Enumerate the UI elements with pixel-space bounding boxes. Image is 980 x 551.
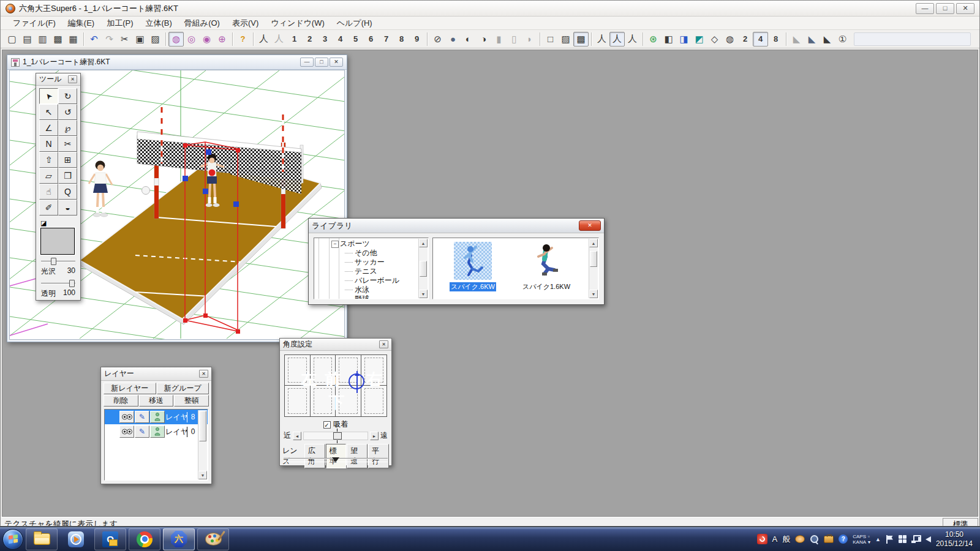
zoom-right-icon[interactable]: ► xyxy=(370,432,379,440)
menu-skeleton[interactable]: 骨組み(O) xyxy=(178,17,226,30)
ime-toolbox-icon[interactable] xyxy=(824,536,834,543)
lattice-view-button[interactable]: ⊕ xyxy=(214,32,230,47)
volume-icon[interactable] xyxy=(925,536,931,542)
snap-checkbox[interactable]: ✓ xyxy=(323,421,331,429)
subdiv-2-button[interactable]: 2 xyxy=(737,32,753,47)
doc-minimize-button[interactable]: — xyxy=(300,58,314,67)
view-1-button[interactable]: 1 xyxy=(287,32,302,47)
move-point-tool[interactable]: ↖ xyxy=(39,104,58,120)
print-button[interactable]: ▦ xyxy=(66,32,81,47)
distance-slider-thumb[interactable] xyxy=(333,432,342,440)
tools-palette-title-bar[interactable]: ツール ✕ xyxy=(36,73,80,86)
layer-row[interactable]: ✎ レイヤ 0 xyxy=(105,424,208,439)
tree-item-volleyball[interactable]: バレーボール xyxy=(314,276,418,285)
scrollbar-thumb[interactable] xyxy=(199,411,206,441)
new-group-button[interactable]: 新グループ xyxy=(157,383,209,394)
hand-tool[interactable]: ☝ xyxy=(39,184,58,200)
extrude-tool[interactable]: ⇧ xyxy=(39,152,58,168)
library-item-label[interactable]: スパイク1.6KW xyxy=(521,282,571,291)
lowpoly-sphere-button[interactable]: ◇ xyxy=(707,32,722,47)
cylinder-smooth-button[interactable]: ▮ xyxy=(491,32,507,47)
scroll-up-icon[interactable]: ▲ xyxy=(589,239,598,247)
fill-tool[interactable]: ◒ xyxy=(58,200,77,216)
lens-wide-button[interactable]: 広角 xyxy=(304,444,325,468)
layer-title-bar[interactable]: レイヤー ✕ xyxy=(101,367,211,381)
doc-close-button[interactable]: ✕ xyxy=(330,58,343,67)
visibility-eye-icon[interactable] xyxy=(119,425,134,438)
scroll-down-icon[interactable]: ▼ xyxy=(419,290,428,298)
new-file-button[interactable]: ▢ xyxy=(4,32,20,47)
figure-icon[interactable] xyxy=(150,411,165,423)
thumbnail-spike[interactable] xyxy=(454,242,492,280)
taskbar-paint-button[interactable] xyxy=(197,528,229,550)
tree-item-soccer[interactable]: サッカー xyxy=(314,258,418,267)
redo-button[interactable]: ↷ xyxy=(102,32,117,47)
copy-button[interactable]: ▣ xyxy=(132,32,148,47)
scrollbar-thumb[interactable] xyxy=(590,251,597,267)
taskbar-outlook-button[interactable]: O xyxy=(94,528,126,550)
eyedropper-tool[interactable]: ✐ xyxy=(39,200,58,216)
scroll-up-icon[interactable]: ▲ xyxy=(419,239,428,247)
library-item-label[interactable]: スパイク.6KW xyxy=(450,282,496,291)
thumbs-scrollbar[interactable]: ▲ ▼ xyxy=(589,239,598,298)
view-3-button[interactable]: 3 xyxy=(317,32,333,47)
rotate-view-tool[interactable]: ↻ xyxy=(58,88,77,104)
tree-node-sports[interactable]: スポーツ xyxy=(314,239,418,249)
hipoly-sphere-button[interactable]: ◍ xyxy=(722,32,737,47)
tray-expand-icon[interactable]: ▲ xyxy=(875,536,881,542)
view-5-button[interactable]: 5 xyxy=(348,32,363,47)
figure-mode-3-button[interactable]: 人 xyxy=(625,32,640,47)
view-cell[interactable] xyxy=(285,386,311,416)
scroll-down-icon[interactable]: ▼ xyxy=(198,471,207,479)
scrollbar-thumb[interactable] xyxy=(420,261,427,277)
layer-scrollbar[interactable]: ▼ xyxy=(198,410,207,479)
subdiv-8-button[interactable]: 8 xyxy=(768,32,783,47)
distance-slider[interactable] xyxy=(303,432,368,440)
wireframe-view-button[interactable]: ◍ xyxy=(168,32,184,47)
ime-caps-kana-indicator[interactable]: CAPS▫ KANA▾ xyxy=(853,534,870,545)
ime-mode-general[interactable]: 般 xyxy=(782,534,790,545)
paste-button[interactable]: ▨ xyxy=(148,32,163,47)
menu-window[interactable]: ウィンドウ(W) xyxy=(265,17,330,30)
view-8-button[interactable]: 8 xyxy=(394,32,409,47)
layer-name[interactable]: レイヤ xyxy=(165,412,187,422)
curve-tool[interactable]: N xyxy=(39,136,58,152)
cube-tool[interactable]: ❒ xyxy=(58,168,77,184)
hiddenline-view-button[interactable]: ◎ xyxy=(184,32,199,47)
pose-tool-1-button[interactable]: 人 xyxy=(256,32,271,47)
taskbar-explorer-button[interactable] xyxy=(26,528,58,550)
menu-view[interactable]: 表示(V) xyxy=(226,17,265,30)
figure-mode-2-button[interactable]: 人 xyxy=(609,32,625,47)
view-cell[interactable] xyxy=(361,386,387,416)
layer-close-icon[interactable]: ✕ xyxy=(199,370,208,378)
delete-layer-button[interactable]: 削除 xyxy=(104,395,138,407)
cut-button[interactable]: ✂ xyxy=(117,32,132,47)
ime-pad-icon[interactable] xyxy=(795,535,805,543)
free-rotate-tool[interactable]: ↺ xyxy=(58,104,77,120)
view-direction-grid[interactable]: 左 前 右 下 xyxy=(284,354,387,417)
open-file-button[interactable]: ▤ xyxy=(20,32,35,47)
cube-z-button[interactable]: ◩ xyxy=(692,32,707,47)
cylinder-flat-button[interactable]: ▯ xyxy=(507,32,522,47)
library-item-spike[interactable]: スパイク.6KW xyxy=(439,242,507,291)
library-item-spike1[interactable]: スパイク1.6KW xyxy=(513,242,580,291)
visibility-eye-icon[interactable] xyxy=(119,411,134,423)
taskbar-media-player-button[interactable] xyxy=(60,528,92,550)
taskbar-rokkaku-button[interactable]: 六 xyxy=(163,528,195,550)
view-cell[interactable]: 下 xyxy=(311,386,336,416)
pose-tool-2-button[interactable]: 人 xyxy=(271,32,287,47)
scissors-tool[interactable]: ✂ xyxy=(58,136,77,152)
lens-tele-button[interactable]: 望遠 xyxy=(347,444,368,468)
edit-pencil-icon[interactable]: ✎ xyxy=(135,411,149,423)
arrange-layer-button[interactable]: 整頓 xyxy=(174,395,209,407)
texture-fine-button[interactable]: ▩ xyxy=(573,32,589,47)
camera-orientation-icon[interactable] xyxy=(349,373,364,389)
tree-item-baseball[interactable]: 野球 xyxy=(314,294,418,299)
angle-close-icon[interactable]: ✕ xyxy=(379,340,388,348)
flat-sphere-button[interactable]: ● xyxy=(445,32,461,47)
action-center-flag-icon[interactable] xyxy=(886,535,894,544)
duplicate-tool[interactable]: ⊞ xyxy=(58,152,77,168)
texture-draft-button[interactable]: ▨ xyxy=(558,32,573,47)
subdiv-sphere-button[interactable]: ⊛ xyxy=(646,32,661,47)
gloss-slider[interactable] xyxy=(41,257,75,266)
